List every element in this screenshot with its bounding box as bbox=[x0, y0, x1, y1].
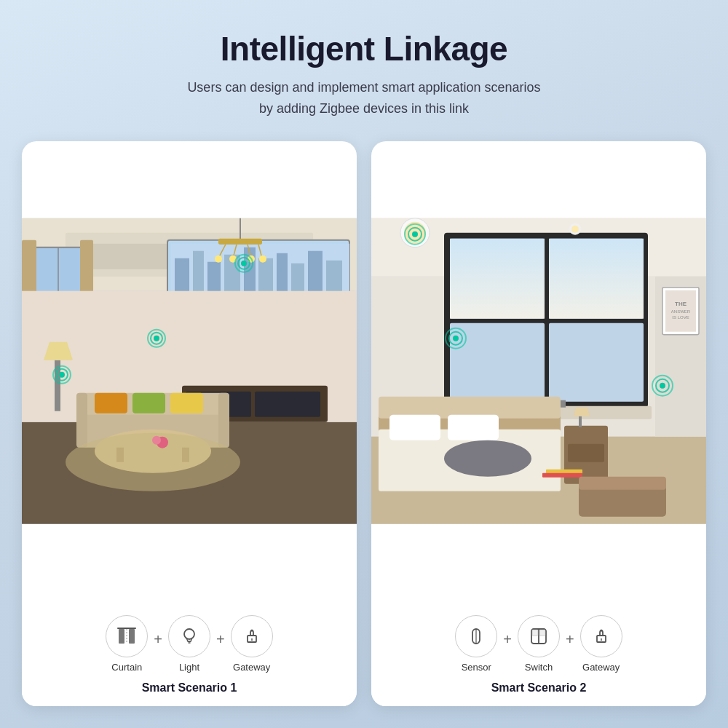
svg-text:THE: THE bbox=[675, 300, 687, 306]
page-subtitle: Users can design and implement smart app… bbox=[187, 77, 540, 119]
card-image-1 bbox=[22, 141, 357, 601]
svg-rect-36 bbox=[132, 392, 165, 413]
svg-marker-104 bbox=[574, 407, 590, 416]
card-footer-1: Curtain + Light + bbox=[22, 601, 357, 706]
svg-rect-67 bbox=[129, 629, 135, 644]
plus-2: + bbox=[216, 631, 225, 648]
svg-rect-85 bbox=[549, 238, 644, 318]
cards-container: Curtain + Light + bbox=[22, 141, 706, 706]
svg-rect-35 bbox=[95, 392, 127, 413]
svg-point-69 bbox=[184, 629, 194, 639]
gateway-label-1: Gateway bbox=[233, 662, 270, 673]
scenario-card-1: Curtain + Light + bbox=[22, 141, 357, 706]
sensor-label: Sensor bbox=[462, 662, 491, 673]
svg-point-129 bbox=[600, 630, 602, 632]
switch-label: Switch bbox=[525, 662, 553, 673]
gateway-icon-circle-1 bbox=[231, 615, 273, 657]
svg-rect-65 bbox=[117, 628, 136, 629]
light-label: Light bbox=[179, 662, 199, 673]
scenario-title-2: Smart Scenario 2 bbox=[383, 681, 695, 695]
svg-rect-43 bbox=[218, 238, 262, 244]
curtain-label: Curtain bbox=[111, 662, 142, 673]
svg-rect-81 bbox=[450, 323, 545, 401]
device-gateway-2: Gateway bbox=[580, 615, 622, 673]
svg-rect-127 bbox=[539, 630, 545, 636]
light-icon-circle bbox=[168, 615, 210, 657]
svg-rect-126 bbox=[532, 630, 538, 636]
plus-3: + bbox=[503, 631, 512, 648]
page-header: Intelligent Linkage Users can design and… bbox=[187, 29, 540, 119]
page-title: Intelligent Linkage bbox=[187, 29, 540, 68]
svg-rect-102 bbox=[568, 443, 604, 462]
device-sensor: Sensor bbox=[455, 615, 497, 673]
svg-point-51 bbox=[259, 255, 266, 262]
device-gateway-1: Gateway bbox=[231, 615, 273, 673]
svg-point-115 bbox=[412, 231, 418, 237]
card-image-2: THE ANSWER IS LOVE bbox=[371, 141, 706, 601]
svg-point-112 bbox=[571, 225, 579, 232]
svg-point-55 bbox=[152, 435, 161, 444]
plus-4: + bbox=[566, 631, 574, 648]
svg-point-61 bbox=[154, 335, 159, 341]
svg-rect-106 bbox=[542, 472, 582, 477]
svg-rect-34 bbox=[218, 392, 229, 447]
device-row-2: Sensor + Switch + bbox=[383, 615, 695, 673]
svg-rect-103 bbox=[579, 416, 582, 427]
svg-point-64 bbox=[59, 371, 65, 377]
svg-rect-33 bbox=[76, 392, 87, 447]
scenario-title-1: Smart Scenario 1 bbox=[33, 681, 345, 695]
scenario-card-2: THE ANSWER IS LOVE bbox=[371, 141, 706, 706]
switch-icon-circle bbox=[518, 615, 560, 657]
card-footer-2: Sensor + Switch + bbox=[371, 601, 706, 706]
gateway-label-2: Gateway bbox=[582, 662, 620, 673]
svg-rect-30 bbox=[255, 391, 320, 416]
curtain-icon-circle bbox=[106, 615, 148, 657]
svg-rect-84 bbox=[450, 238, 545, 318]
svg-rect-108 bbox=[579, 476, 666, 489]
plus-1: + bbox=[154, 631, 162, 648]
svg-point-100 bbox=[444, 440, 531, 476]
svg-rect-99 bbox=[448, 414, 499, 440]
svg-text:ANSWER: ANSWER bbox=[671, 309, 691, 313]
svg-point-48 bbox=[215, 255, 222, 262]
svg-point-58 bbox=[241, 260, 247, 266]
svg-rect-66 bbox=[119, 629, 124, 644]
svg-point-118 bbox=[453, 335, 459, 341]
device-light: Light bbox=[168, 615, 210, 673]
gateway-icon-circle-2 bbox=[580, 615, 622, 657]
device-curtain: Curtain bbox=[106, 615, 148, 673]
sensor-icon-circle bbox=[455, 615, 497, 657]
svg-point-121 bbox=[660, 382, 665, 388]
svg-rect-37 bbox=[170, 392, 203, 413]
device-switch: Switch bbox=[518, 615, 560, 673]
svg-rect-98 bbox=[389, 414, 440, 440]
svg-point-73 bbox=[250, 630, 253, 632]
device-row-1: Curtain + Light + bbox=[33, 615, 345, 673]
svg-text:IS LOVE: IS LOVE bbox=[672, 314, 689, 319]
svg-rect-83 bbox=[549, 323, 644, 401]
